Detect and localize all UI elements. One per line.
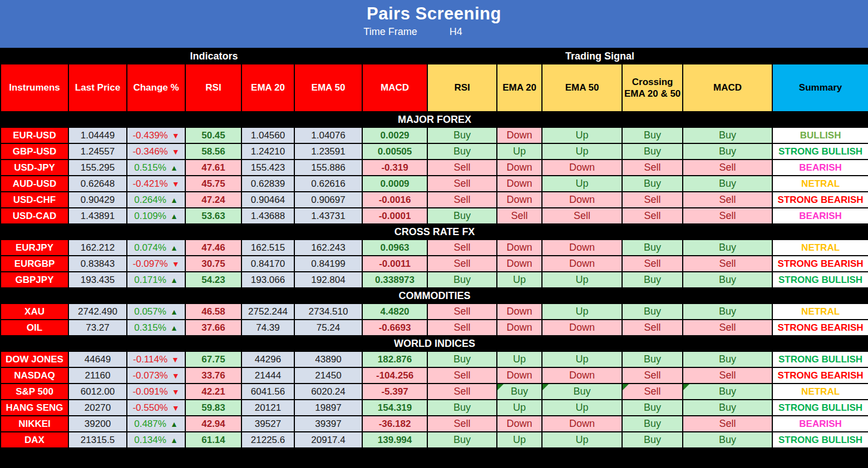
cell-signal-ema50[interactable]: Sell bbox=[542, 208, 622, 224]
cell-signal-ema20[interactable]: Up bbox=[497, 351, 542, 367]
cell-change[interactable]: -0.073%▼ bbox=[127, 367, 185, 384]
cell-summary[interactable]: STRONG BEARISH bbox=[772, 320, 868, 336]
cell-signal-ema50[interactable]: Down bbox=[542, 367, 622, 384]
cell-signal-macd[interactable]: Buy bbox=[683, 400, 772, 416]
cell-macd[interactable]: -0.0016 bbox=[362, 192, 427, 208]
cell-ema20[interactable]: 1.04560 bbox=[241, 127, 294, 143]
cell-rsi[interactable]: 47.61 bbox=[185, 160, 241, 176]
cell-signal-macd[interactable]: Sell bbox=[683, 208, 772, 224]
cell-summary[interactable]: STRONG BULLISH bbox=[772, 143, 868, 160]
cell-signal-macd[interactable]: Buy bbox=[683, 240, 772, 256]
cell-summary[interactable]: STRONG BEARISH bbox=[772, 192, 868, 208]
cell-instrument[interactable]: DAX bbox=[1, 432, 68, 448]
cell-last-price[interactable]: 73.27 bbox=[68, 320, 127, 336]
cell-instrument[interactable]: NIKKEI bbox=[1, 416, 68, 432]
cell-ema20[interactable]: 39527 bbox=[241, 416, 294, 432]
cell-macd[interactable]: 0.338973 bbox=[362, 272, 427, 288]
cell-ema50[interactable]: 162.243 bbox=[294, 240, 362, 256]
cell-instrument[interactable]: S&P 500 bbox=[1, 384, 68, 400]
cell-change[interactable]: 0.109%▲ bbox=[127, 208, 185, 224]
cell-signal-ema50[interactable]: Up bbox=[542, 400, 622, 416]
cell-ema50[interactable]: 0.84199 bbox=[294, 256, 362, 272]
cell-last-price[interactable]: 6012.00 bbox=[68, 384, 127, 400]
cell-macd[interactable]: 0.00505 bbox=[362, 143, 427, 160]
cell-instrument[interactable]: USD-CAD bbox=[1, 208, 68, 224]
cell-signal-ema20[interactable]: Down bbox=[497, 192, 542, 208]
cell-last-price[interactable]: 21160 bbox=[68, 367, 127, 384]
cell-rsi[interactable]: 47.24 bbox=[185, 192, 241, 208]
cell-ema20[interactable]: 21444 bbox=[241, 367, 294, 384]
cell-macd[interactable]: 139.994 bbox=[362, 432, 427, 448]
cell-signal-ema20[interactable]: Down bbox=[497, 256, 542, 272]
cell-last-price[interactable]: 44649 bbox=[68, 351, 127, 367]
cell-ema20[interactable]: 0.90464 bbox=[241, 192, 294, 208]
cell-summary[interactable]: STRONG BEARISH bbox=[772, 367, 868, 384]
cell-summary[interactable]: BEARISH bbox=[772, 416, 868, 432]
cell-ema50[interactable]: 20917.4 bbox=[294, 432, 362, 448]
cell-last-price[interactable]: 0.90429 bbox=[68, 192, 127, 208]
col-last-price[interactable]: Last Price bbox=[68, 64, 127, 112]
cell-change[interactable]: 0.315%▲ bbox=[127, 320, 185, 336]
cell-macd[interactable]: -0.6693 bbox=[362, 320, 427, 336]
cell-signal-ema50[interactable]: Buy bbox=[542, 384, 622, 400]
cell-summary[interactable]: STRONG BULLISH bbox=[772, 400, 868, 416]
col-macd[interactable]: MACD bbox=[362, 64, 427, 112]
cell-ema20[interactable]: 2752.244 bbox=[241, 303, 294, 320]
cell-ema50[interactable]: 1.04076 bbox=[294, 127, 362, 143]
cell-macd[interactable]: -5.397 bbox=[362, 384, 427, 400]
cell-macd[interactable]: -0.319 bbox=[362, 160, 427, 176]
cell-ema50[interactable]: 192.804 bbox=[294, 272, 362, 288]
cell-signal-ema20[interactable]: Down bbox=[497, 303, 542, 320]
cell-ema50[interactable]: 1.23591 bbox=[294, 143, 362, 160]
cell-signal-crossing[interactable]: Buy bbox=[622, 240, 683, 256]
time-frame-value[interactable]: H4 bbox=[450, 26, 462, 38]
cell-summary[interactable]: NETRAL bbox=[772, 303, 868, 320]
cell-signal-crossing[interactable]: Sell bbox=[622, 160, 683, 176]
cell-signal-ema50[interactable]: Down bbox=[542, 416, 622, 432]
cell-signal-crossing[interactable]: Buy bbox=[622, 176, 683, 192]
col-ema50[interactable]: EMA 50 bbox=[294, 64, 362, 112]
cell-macd[interactable]: -104.256 bbox=[362, 367, 427, 384]
cell-signal-macd[interactable]: Sell bbox=[683, 160, 772, 176]
cell-signal-crossing[interactable]: Sell bbox=[622, 208, 683, 224]
cell-signal-macd[interactable]: Buy bbox=[683, 432, 772, 448]
cell-change[interactable]: 0.515%▲ bbox=[127, 160, 185, 176]
col-signal-crossing[interactable]: Crossing EMA 20 & 50 bbox=[622, 64, 683, 112]
cell-ema50[interactable]: 21450 bbox=[294, 367, 362, 384]
cell-signal-ema20[interactable]: Down bbox=[497, 240, 542, 256]
cell-macd[interactable]: 0.0029 bbox=[362, 127, 427, 143]
cell-summary[interactable]: BEARISH bbox=[772, 160, 868, 176]
col-change-pct[interactable]: Change % bbox=[127, 64, 185, 112]
cell-signal-macd[interactable]: Sell bbox=[683, 416, 772, 432]
cell-signal-crossing[interactable]: Buy bbox=[622, 416, 683, 432]
cell-last-price[interactable]: 155.295 bbox=[68, 160, 127, 176]
cell-signal-rsi[interactable]: Sell bbox=[427, 176, 497, 192]
cell-last-price[interactable]: 162.212 bbox=[68, 240, 127, 256]
cell-instrument[interactable]: EURJPY bbox=[1, 240, 68, 256]
cell-rsi[interactable]: 61.14 bbox=[185, 432, 241, 448]
cell-signal-macd[interactable]: Sell bbox=[683, 367, 772, 384]
cell-signal-macd[interactable]: Buy bbox=[683, 176, 772, 192]
cell-change[interactable]: -0.346%▼ bbox=[127, 143, 185, 160]
cell-ema50[interactable]: 39397 bbox=[294, 416, 362, 432]
cell-signal-macd[interactable]: Buy bbox=[683, 272, 772, 288]
cell-signal-ema50[interactable]: Up bbox=[542, 272, 622, 288]
cell-ema20[interactable]: 0.62839 bbox=[241, 176, 294, 192]
cell-change[interactable]: 0.264%▲ bbox=[127, 192, 185, 208]
cell-last-price[interactable]: 39200 bbox=[68, 416, 127, 432]
cell-signal-rsi[interactable]: Sell bbox=[427, 160, 497, 176]
cell-signal-crossing[interactable]: Buy bbox=[622, 143, 683, 160]
cell-ema20[interactable]: 21225.6 bbox=[241, 432, 294, 448]
cell-last-price[interactable]: 193.435 bbox=[68, 272, 127, 288]
cell-rsi[interactable]: 50.45 bbox=[185, 127, 241, 143]
cell-signal-ema50[interactable]: Up bbox=[542, 127, 622, 143]
cell-signal-rsi[interactable]: Sell bbox=[427, 192, 497, 208]
cell-signal-macd[interactable]: Buy bbox=[683, 351, 772, 367]
cell-signal-ema20[interactable]: Up bbox=[497, 143, 542, 160]
cell-signal-rsi[interactable]: Sell bbox=[427, 416, 497, 432]
cell-summary[interactable]: STRONG BEARISH bbox=[772, 256, 868, 272]
cell-change[interactable]: -0.091%▼ bbox=[127, 384, 185, 400]
cell-signal-crossing[interactable]: Sell bbox=[622, 192, 683, 208]
cell-ema50[interactable]: 43890 bbox=[294, 351, 362, 367]
cell-signal-crossing[interactable]: Sell bbox=[622, 320, 683, 336]
